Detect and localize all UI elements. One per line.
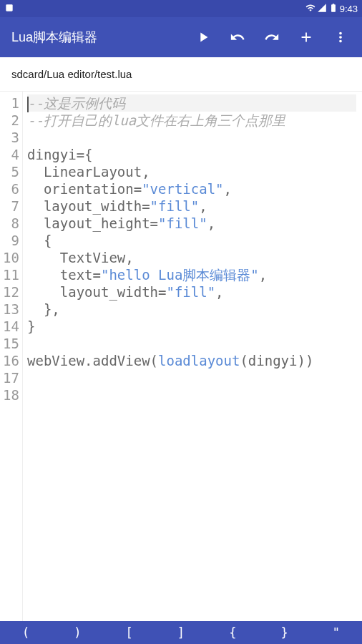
- code-token: "vertical": [142, 181, 223, 197]
- code-token: dingyi={: [27, 147, 93, 162]
- code-token: LinearLayout,: [27, 164, 150, 180]
- line-numbers: 123456789101112131415161718: [0, 92, 23, 621]
- add-button[interactable]: [290, 21, 322, 53]
- breadcrumb[interactable]: sdcard/Lua editor/test.lua: [0, 57, 362, 92]
- code-token: layout_width=: [27, 198, 150, 214]
- code-line[interactable]: --打开自己的lua文件在右上角三个点那里: [27, 112, 356, 129]
- svg-rect-0: [6, 4, 12, 11]
- symbol-key[interactable]: }: [258, 621, 310, 644]
- code-token: "fill": [158, 215, 207, 231]
- code-token: loadlayout: [158, 353, 240, 369]
- line-number: 1: [0, 94, 19, 112]
- notification-icon: [4, 3, 14, 15]
- code-token: "fill": [166, 284, 215, 300]
- signal-icon: [317, 3, 327, 15]
- play-icon: [195, 29, 211, 45]
- more-vert-icon: [333, 29, 348, 45]
- code-token: {: [27, 233, 52, 248]
- line-number: 8: [0, 215, 19, 232]
- code-line[interactable]: dingyi={: [27, 146, 356, 163]
- symbol-key[interactable]: [: [104, 621, 155, 644]
- line-number: 7: [0, 197, 19, 215]
- code-line[interactable]: layout_width="fill",: [27, 197, 356, 215]
- code-token: ,: [224, 181, 232, 197]
- line-number: 12: [0, 283, 19, 301]
- code-line[interactable]: }: [27, 318, 356, 335]
- code-token: (dingyi)): [240, 353, 313, 369]
- code-token: ,: [259, 267, 267, 283]
- symbol-bar: ()[]{}": [0, 621, 362, 644]
- code-token: ,: [215, 284, 223, 300]
- line-number: 14: [0, 318, 19, 335]
- code-line[interactable]: webView.addView(loadlayout(dingyi)): [27, 352, 356, 369]
- line-number: 5: [0, 163, 19, 180]
- line-number: 16: [0, 352, 19, 369]
- symbol-key[interactable]: {: [207, 621, 258, 644]
- code-line[interactable]: },: [27, 301, 356, 318]
- line-number: 11: [0, 266, 19, 283]
- code-token: TextView,: [27, 250, 134, 265]
- code-token: "fill": [150, 198, 200, 214]
- line-number: 2: [0, 112, 19, 129]
- code-token: orientation=: [27, 181, 142, 197]
- status-bar: 9:43: [0, 0, 362, 17]
- battery-icon: [328, 3, 338, 15]
- code-token: "hello Lua脚本编辑器": [101, 267, 259, 283]
- code-line[interactable]: [27, 369, 356, 386]
- code-editor[interactable]: 123456789101112131415161718 --这是示例代码--打开…: [0, 92, 362, 621]
- redo-icon: [264, 29, 280, 45]
- code-line[interactable]: TextView,: [27, 249, 356, 266]
- code-line[interactable]: [27, 386, 356, 404]
- code-token: },: [27, 301, 60, 317]
- code-token: ,: [207, 215, 215, 231]
- symbol-key[interactable]: ]: [155, 621, 207, 644]
- symbol-key[interactable]: ): [52, 621, 103, 644]
- code-token: text=: [27, 267, 101, 283]
- code-token: }: [27, 318, 35, 334]
- code-line[interactable]: text="hello Lua脚本编辑器",: [27, 266, 356, 283]
- code-content[interactable]: --这是示例代码--打开自己的lua文件在右上角三个点那里dingyi={ Li…: [23, 92, 362, 621]
- wifi-icon: [305, 3, 315, 15]
- code-line[interactable]: [27, 335, 356, 352]
- undo-button[interactable]: [222, 21, 253, 53]
- line-number: 15: [0, 335, 19, 352]
- symbol-key[interactable]: (: [0, 621, 52, 644]
- line-number: 10: [0, 249, 19, 266]
- line-number: 13: [0, 301, 19, 318]
- code-token: layout_width=: [27, 284, 166, 300]
- clock: 9:43: [340, 4, 358, 14]
- plus-icon: [298, 29, 314, 45]
- code-line[interactable]: --这是示例代码: [27, 94, 356, 112]
- code-token: webView.addView(: [27, 353, 158, 369]
- redo-button[interactable]: [256, 21, 288, 53]
- code-line[interactable]: [27, 129, 356, 146]
- symbol-key[interactable]: ": [310, 621, 362, 644]
- line-number: 4: [0, 146, 19, 163]
- app-bar: Lua脚本编辑器: [0, 17, 362, 57]
- run-button[interactable]: [187, 21, 219, 53]
- menu-button[interactable]: [325, 21, 356, 53]
- undo-icon: [230, 29, 245, 45]
- code-line[interactable]: layout_width="fill",: [27, 283, 356, 301]
- line-number: 18: [0, 386, 19, 404]
- code-token: layout_height=: [27, 215, 158, 231]
- code-token: --这是示例代码: [27, 95, 125, 111]
- line-number: 3: [0, 129, 19, 146]
- code-line[interactable]: LinearLayout,: [27, 163, 356, 180]
- page-title: Lua脚本编辑器: [11, 29, 187, 46]
- code-line[interactable]: layout_height="fill",: [27, 215, 356, 232]
- line-number: 17: [0, 369, 19, 386]
- line-number: 6: [0, 180, 19, 197]
- code-token: --打开自己的lua文件在右上角三个点那里: [27, 112, 285, 128]
- line-number: 9: [0, 232, 19, 249]
- code-line[interactable]: {: [27, 232, 356, 249]
- code-token: ,: [199, 198, 207, 214]
- code-line[interactable]: orientation="vertical",: [27, 180, 356, 197]
